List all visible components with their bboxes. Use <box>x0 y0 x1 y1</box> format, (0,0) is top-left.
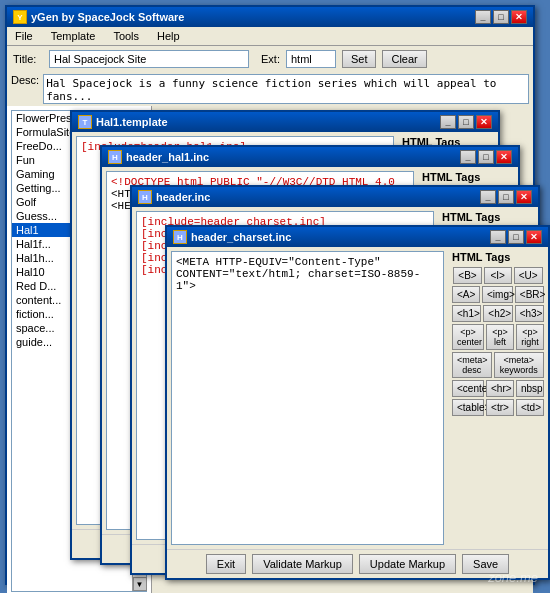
charset-tag-h3[interactable]: <h3> <box>515 305 544 322</box>
header-title-bar: H header.inc _ □ ✕ <box>132 187 538 207</box>
charset-editor-row: <META HTTP-EQUIV="Content-Type" CONTENT=… <box>167 247 548 549</box>
charset-tag-p-center[interactable]: <p> center <box>452 324 484 350</box>
charset-tag-a[interactable]: <A> <box>452 286 480 303</box>
hal1-maximize[interactable]: □ <box>478 150 494 164</box>
template-maximize[interactable]: □ <box>458 115 474 129</box>
charset-tags-title: HTML Tags <box>452 251 544 263</box>
charset-tag-i[interactable]: <I> <box>484 267 512 284</box>
menu-bar: File Template Tools Help <box>7 27 533 46</box>
desc-row: Desc: <box>7 72 533 106</box>
charset-tag-u[interactable]: <U> <box>514 267 543 284</box>
charset-line1: <META HTTP-EQUIV="Content-Type" <box>176 256 439 268</box>
app-icon: Y <box>13 10 27 24</box>
hal1-icon: H <box>108 150 122 164</box>
menu-template[interactable]: Template <box>47 29 100 43</box>
template-title: Hal1.template <box>96 116 168 128</box>
app-title: yGen by SpaceJock Software <box>31 11 184 23</box>
main-window-controls: _ □ ✕ <box>475 10 527 24</box>
template-title-bar: T Hal1.template _ □ ✕ <box>72 112 498 132</box>
menu-help[interactable]: Help <box>153 29 184 43</box>
charset-close[interactable]: ✕ <box>526 230 542 244</box>
desc-textarea[interactable] <box>43 74 529 104</box>
charset-tag-h1[interactable]: <h1> <box>452 305 481 322</box>
watermark: zone.me <box>488 570 538 585</box>
charset-tag-center[interactable]: <center> <box>452 380 484 397</box>
charset-body: <META HTTP-EQUIV="Content-Type" CONTENT=… <box>167 247 548 578</box>
header-tags-title: HTML Tags <box>442 211 534 223</box>
charset-tag-p-right[interactable]: <p> right <box>516 324 544 350</box>
ext-input[interactable] <box>286 50 336 68</box>
charset-tag-p-left[interactable]: <p> left <box>486 324 514 350</box>
close-button[interactable]: ✕ <box>511 10 527 24</box>
charset-tag-hr[interactable]: <hr> <box>486 380 514 397</box>
hal1-title: header_hal1.inc <box>126 151 209 163</box>
charset-tag-nbsp[interactable]: nbsp <box>516 380 544 397</box>
menu-file[interactable]: File <box>11 29 37 43</box>
header-window-controls: _ □ ✕ <box>480 190 532 204</box>
charset-tag-td[interactable]: <td> <box>516 399 544 416</box>
hal1-close[interactable]: ✕ <box>496 150 512 164</box>
hal1-tags-title: HTML Tags <box>422 171 514 183</box>
charset-icon: H <box>173 230 187 244</box>
charset-title: header_charset.inc <box>191 231 291 243</box>
header-icon: H <box>138 190 152 204</box>
charset-tag-img[interactable]: <img> <box>482 286 513 303</box>
menu-tools[interactable]: Tools <box>109 29 143 43</box>
charset-maximize[interactable]: □ <box>508 230 524 244</box>
maximize-button[interactable]: □ <box>493 10 509 24</box>
charset-window: H header_charset.inc _ □ ✕ <META HTTP-EQ… <box>165 225 550 580</box>
desc-label: Desc: <box>11 74 39 86</box>
minimize-button[interactable]: _ <box>475 10 491 24</box>
header-close[interactable]: ✕ <box>516 190 532 204</box>
charset-editor[interactable]: <META HTTP-EQUIV="Content-Type" CONTENT=… <box>171 251 444 545</box>
charset-exit-button[interactable]: Exit <box>206 554 246 574</box>
charset-tag-br[interactable]: <BR> <box>515 286 544 303</box>
set-button[interactable]: Set <box>342 50 377 68</box>
main-title-bar: Y yGen by SpaceJock Software _ □ ✕ <box>7 7 533 27</box>
scroll-down-arrow[interactable]: ▼ <box>133 577 147 591</box>
header-title: header.inc <box>156 191 210 203</box>
charset-tags-panel: HTML Tags <B> <I> <U> <A> <img> <BR> <h1… <box>448 247 548 549</box>
title-label: Title: <box>13 53 43 65</box>
charset-title-bar: H header_charset.inc _ □ ✕ <box>167 227 548 247</box>
hal1-window-controls: _ □ ✕ <box>460 150 512 164</box>
charset-tag-meta-kw[interactable]: <meta> keywords <box>494 352 544 378</box>
title-row: Title: Ext: Set Clear <box>7 46 533 72</box>
hal1-title-bar: H header_hal1.inc _ □ ✕ <box>102 147 518 167</box>
charset-tag-table[interactable]: <table> <box>452 399 484 416</box>
charset-tag-tr[interactable]: <tr> <box>486 399 514 416</box>
template-icon: T <box>78 115 92 129</box>
clear-button[interactable]: Clear <box>382 50 426 68</box>
charset-minimize[interactable]: _ <box>490 230 506 244</box>
header-maximize[interactable]: □ <box>498 190 514 204</box>
ext-label: Ext: <box>261 53 280 65</box>
charset-tag-meta-desc[interactable]: <meta> desc <box>452 352 492 378</box>
header-minimize[interactable]: _ <box>480 190 496 204</box>
charset-line2: CONTENT="text/html; charset=ISO-8859-1"> <box>176 268 439 292</box>
template-window-controls: _ □ ✕ <box>440 115 492 129</box>
charset-tag-b[interactable]: <B> <box>453 267 481 284</box>
charset-update-button[interactable]: Update Markup <box>359 554 456 574</box>
template-close[interactable]: ✕ <box>476 115 492 129</box>
charset-validate-button[interactable]: Validate Markup <box>252 554 353 574</box>
charset-tag-h2[interactable]: <h2> <box>483 305 512 322</box>
hal1-minimize[interactable]: _ <box>460 150 476 164</box>
charset-window-controls: _ □ ✕ <box>490 230 542 244</box>
title-input[interactable] <box>49 50 249 68</box>
template-minimize[interactable]: _ <box>440 115 456 129</box>
